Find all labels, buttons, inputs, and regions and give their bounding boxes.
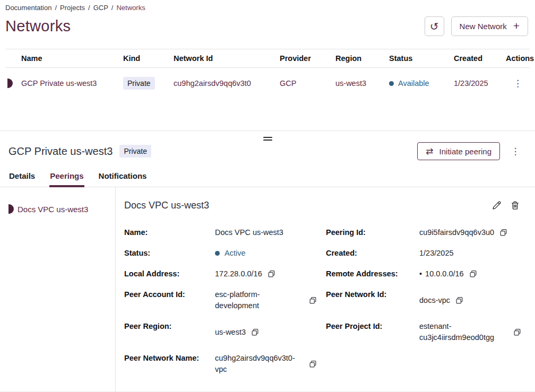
status-label: Available bbox=[398, 79, 429, 88]
network-detail-panel: GCP Private us-west3 Private ⇄ Initiate … bbox=[0, 131, 535, 391]
column-header-kind: Kind bbox=[123, 54, 174, 63]
field-value-status: Active bbox=[215, 248, 317, 259]
new-network-button[interactable]: New Network + bbox=[451, 16, 528, 36]
breadcrumb-item-gcp[interactable]: GCP bbox=[93, 4, 108, 12]
pencil-icon bbox=[491, 201, 502, 211]
copy-icon[interactable] bbox=[513, 328, 522, 337]
breadcrumb-item-documentation[interactable]: Documentation bbox=[5, 4, 51, 12]
copy-icon[interactable] bbox=[469, 269, 478, 278]
page-title: Networks bbox=[5, 18, 71, 35]
refresh-button[interactable]: ↺ bbox=[425, 16, 444, 36]
tab-details[interactable]: Details bbox=[8, 168, 36, 187]
plus-icon: + bbox=[513, 20, 520, 31]
field-value-peer-region: us-west3 bbox=[215, 321, 317, 343]
field-label-peering-id: Peering Id: bbox=[326, 227, 411, 238]
table-row[interactable]: GCP Private us-west3 Private cu9hg2airsd… bbox=[5, 68, 530, 99]
copy-icon[interactable] bbox=[251, 328, 260, 337]
copy-icon[interactable] bbox=[455, 296, 464, 305]
field-label-peer-network-name: Peer Network Name: bbox=[124, 353, 206, 375]
copy-icon[interactable] bbox=[308, 296, 317, 305]
provider-cell: GCP bbox=[280, 79, 335, 88]
field-label-name: Name: bbox=[124, 227, 206, 238]
status-cell: Available bbox=[389, 79, 454, 88]
peering-leaf-icon bbox=[8, 204, 14, 214]
tab-notifications[interactable]: Notifications bbox=[98, 168, 148, 187]
panel-resize-handle[interactable] bbox=[260, 136, 275, 142]
field-value-peer-network-name: cu9hg2airsdv9qq6v3t0-vpc bbox=[215, 353, 317, 375]
breadcrumb-separator: / bbox=[55, 4, 57, 12]
field-label-created: Created: bbox=[326, 248, 411, 259]
field-value-remote-addresses: • 10.0.0.0/16 bbox=[419, 268, 522, 280]
field-label-local-address: Local Address: bbox=[124, 268, 206, 280]
field-value-peer-network-id: docs-vpc bbox=[419, 289, 522, 311]
field-label-status: Status: bbox=[124, 248, 206, 259]
tab-peerings[interactable]: Peerings bbox=[49, 168, 84, 187]
network-id-cell: cu9hg2airsdv9qq6v3t0 bbox=[174, 79, 280, 88]
swap-arrows-icon: ⇄ bbox=[426, 146, 433, 156]
peerings-sidebar: Docs VPC us-west3 bbox=[0, 187, 116, 391]
breadcrumb-item-projects[interactable]: Projects bbox=[60, 4, 85, 12]
row-actions-kebab-icon[interactable]: ⋮ bbox=[510, 75, 526, 91]
new-network-label: New Network bbox=[460, 22, 507, 31]
field-value-peer-account-id: esc-platform-development bbox=[215, 289, 317, 311]
field-label-peer-account-id: Peer Account Id: bbox=[124, 289, 206, 311]
detail-actions-kebab-icon[interactable]: ⋮ bbox=[507, 143, 523, 159]
field-value-name: Docs VPC us-west3 bbox=[215, 227, 317, 238]
copy-icon[interactable] bbox=[308, 360, 317, 369]
field-label-remote-addresses: Remote Addresses: bbox=[326, 268, 411, 280]
column-header-name: Name bbox=[7, 54, 123, 63]
network-name-link[interactable]: GCP Private us-west3 bbox=[21, 79, 97, 88]
detail-panel-title: GCP Private us-west3 bbox=[8, 145, 113, 158]
field-value-peering-id: cu9i5fairsdv9qq6v3u0 bbox=[419, 227, 522, 238]
detail-tabs: Details Peerings Notifications bbox=[0, 168, 535, 187]
initiate-peering-button[interactable]: ⇄ Initiate peering bbox=[417, 142, 500, 160]
edit-peering-button[interactable] bbox=[490, 199, 502, 211]
copy-icon[interactable] bbox=[267, 269, 276, 278]
column-header-actions: Actions bbox=[506, 54, 534, 63]
status-dot-icon bbox=[389, 81, 394, 86]
detail-kind-badge: Private bbox=[119, 145, 151, 158]
region-cell: us-west3 bbox=[335, 79, 389, 88]
column-header-provider: Provider bbox=[280, 54, 335, 63]
kind-badge: Private bbox=[123, 77, 155, 90]
delete-peering-button[interactable] bbox=[509, 199, 521, 211]
column-header-created: Created bbox=[454, 54, 506, 63]
field-value-peer-project-id: estenant-cu3jc4iirsdm9eod0tgg bbox=[419, 321, 522, 343]
breadcrumb-current-networks[interactable]: Networks bbox=[116, 4, 145, 12]
field-value-local-address: 172.28.0.0/16 bbox=[215, 268, 317, 280]
column-header-region: Region bbox=[335, 54, 389, 63]
peering-heading: Docs VPC us-west3 bbox=[124, 200, 209, 211]
column-header-network-id: Network Id bbox=[174, 54, 280, 63]
created-cell: 1/23/2025 bbox=[454, 79, 506, 88]
field-label-peer-region: Peer Region: bbox=[124, 321, 206, 343]
breadcrumb-separator: / bbox=[111, 4, 114, 12]
refresh-icon: ↺ bbox=[430, 20, 439, 33]
field-value-created: 1/23/2025 bbox=[419, 248, 522, 259]
breadcrumb: Documentation / Projects / GCP / Network… bbox=[5, 4, 530, 12]
networks-page: Documentation / Projects / GCP / Network… bbox=[0, 0, 535, 131]
network-leaf-icon bbox=[7, 79, 13, 88]
table-header: Name Kind Network Id Provider Region Sta… bbox=[5, 49, 530, 68]
initiate-peering-label: Initiate peering bbox=[439, 147, 491, 156]
status-dot-icon bbox=[215, 251, 220, 256]
peering-fields: Name: Docs VPC us-west3 Peering Id: cu9i… bbox=[124, 227, 522, 375]
bullet-icon: • bbox=[419, 268, 422, 280]
field-label-peer-network-id: Peer Network Id: bbox=[326, 289, 411, 311]
networks-table: Name Kind Network Id Provider Region Sta… bbox=[5, 49, 530, 99]
sidebar-item-label: Docs VPC us-west3 bbox=[18, 205, 88, 214]
copy-icon[interactable] bbox=[499, 228, 508, 237]
column-header-status: Status bbox=[389, 54, 454, 63]
sidebar-item-docs-vpc[interactable]: Docs VPC us-west3 bbox=[0, 201, 115, 217]
trash-icon bbox=[510, 201, 520, 211]
peering-detail: Docs VPC us-west3 Name: Docs VPC us-west… bbox=[116, 187, 535, 391]
field-label-peer-project-id: Peer Project Id: bbox=[326, 321, 411, 343]
breadcrumb-separator: / bbox=[88, 4, 90, 12]
